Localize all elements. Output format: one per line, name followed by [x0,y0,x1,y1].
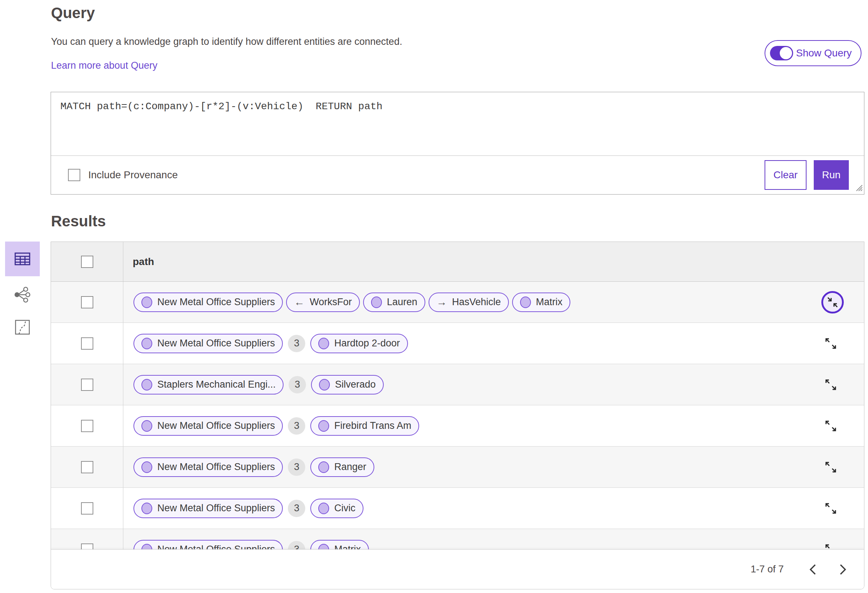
results-title: Results [51,212,106,230]
path-cell: Staplers Mechanical Engi...3Silverado [123,364,864,405]
resize-grip-icon[interactable] [853,182,863,193]
entity-dot-icon [142,296,152,308]
chevron-left-icon [808,563,818,576]
path-cell: New Metal Office Suppliers3Hardtop 2-doo… [123,323,864,364]
relationship-chip-label: WorksFor [310,296,352,308]
entity-chip[interactable]: Silverado [311,375,384,394]
expand-row-button[interactable] [824,461,837,474]
table-row: New Metal Office Suppliers3Firebird Tran… [51,405,864,447]
toggle-switch-icon[interactable] [770,46,793,60]
arrow-right-icon: → [437,296,447,308]
entity-dot-icon [142,462,152,473]
next-page-button[interactable] [834,561,851,578]
entity-chip[interactable]: New Metal Office Suppliers [133,334,283,353]
hop-count-badge: 3 [288,417,305,435]
row-checkbox-cell [51,488,123,529]
row-checkbox[interactable] [81,502,93,515]
hop-count-badge: 3 [288,335,305,352]
entity-dot-icon [318,420,329,432]
expand-row-button[interactable] [824,337,837,350]
entity-chip-label: New Metal Office Suppliers [157,296,275,308]
previous-page-button[interactable] [805,561,821,578]
relationship-chip[interactable]: ←WorksFor [286,292,360,312]
view-switcher-sidebar [5,242,40,350]
query-page: Query You can query a knowledge graph to… [0,0,868,593]
hop-count-badge: 3 [288,500,305,517]
hop-count-badge: 3 [288,459,305,476]
row-checkbox[interactable] [81,337,93,350]
graph-view-button[interactable] [5,286,40,304]
toggle-knob [780,47,792,59]
entity-chip[interactable]: Staplers Mechanical Engi... [133,375,283,394]
entity-chip[interactable]: Firebird Trans Am [310,416,419,436]
table-row: New Metal Office Suppliers3Hardtop 2-doo… [51,323,864,364]
row-checkbox-cell [51,364,123,405]
chevron-right-icon [838,563,847,576]
entity-dot-icon [142,420,152,432]
path-column-header: path [123,242,864,281]
results-rows: New Metal Office Suppliers←WorksForLaure… [51,282,864,570]
select-all-checkbox[interactable] [81,256,93,268]
expand-row-button[interactable] [824,378,837,391]
results-table: path New Metal Office Suppliers←WorksFor… [51,242,864,589]
entity-dot-icon [318,462,329,473]
page-title: Query [51,4,95,22]
expand-row-button[interactable] [824,502,837,515]
entity-chip-label: Staplers Mechanical Engi... [157,379,276,390]
entity-chip-label: Silverado [335,379,376,390]
entity-chip[interactable]: Lauren [363,292,425,312]
table-footer: 1-7 of 7 [51,549,864,589]
entity-chip[interactable]: New Metal Office Suppliers [133,499,283,518]
expand-icon [824,337,837,350]
row-checkbox[interactable] [81,420,93,432]
entity-chip-label: Hardtop 2-door [334,338,400,349]
row-checkbox-cell [51,405,123,446]
expand-icon [824,419,837,432]
row-checkbox-cell [51,447,123,487]
entity-chip-label: Firebird Trans Am [334,420,411,431]
table-header-row: path [51,242,864,282]
clear-button[interactable]: Clear [765,160,806,190]
include-provenance-checkbox[interactable] [68,169,80,181]
entity-chip[interactable]: New Metal Office Suppliers [133,457,283,477]
query-panel-footer: Include Provenance Clear Run [51,156,864,194]
entity-dot-icon [371,296,382,308]
expand-icon [824,378,837,391]
entity-chip-label: Civic [334,503,356,514]
entity-dot-icon [318,503,329,514]
entity-chip-label: Ranger [334,462,366,473]
collapse-row-button[interactable] [821,291,844,314]
table-row: New Metal Office Suppliers3Civic [51,488,864,529]
query-input[interactable]: MATCH path=(c:Company)-[r*2]-(v:Vehicle)… [51,92,864,156]
run-button[interactable]: Run [814,160,849,190]
entity-chip-label: New Metal Office Suppliers [157,462,275,473]
map-view-button[interactable] [5,318,40,336]
entity-chip-label: Matrix [536,296,563,308]
table-view-button[interactable] [5,242,40,276]
row-checkbox-cell [51,282,123,323]
entity-chip[interactable]: Matrix [512,292,571,312]
expand-row-button[interactable] [824,419,837,432]
learn-more-link[interactable]: Learn more about Query [51,60,157,71]
table-row: Staplers Mechanical Engi...3Silverado [51,364,864,405]
relationship-chip[interactable]: →HasVehicle [428,292,509,312]
row-checkbox[interactable] [81,296,93,308]
expand-icon [824,502,837,515]
include-provenance-label: Include Provenance [88,169,178,181]
entity-chip[interactable]: Ranger [310,457,374,477]
row-checkbox[interactable] [81,379,93,391]
entity-chip[interactable]: New Metal Office Suppliers [133,416,283,436]
path-cell: New Metal Office Suppliers3Ranger [123,447,864,487]
hop-count-badge: 3 [289,376,306,394]
entity-chip[interactable]: New Metal Office Suppliers [133,292,283,312]
entity-chip[interactable]: Hardtop 2-door [310,334,408,353]
collapse-icon [826,295,840,309]
query-description: You can query a knowledge graph to ident… [51,36,402,47]
entity-chip[interactable]: Civic [310,499,363,518]
show-query-toggle[interactable]: Show Query [765,40,862,66]
entity-chip-label: New Metal Office Suppliers [157,338,275,349]
row-checkbox[interactable] [81,461,93,473]
entity-dot-icon [142,338,152,349]
graph-view-icon [14,286,31,303]
table-view-icon [14,250,31,268]
